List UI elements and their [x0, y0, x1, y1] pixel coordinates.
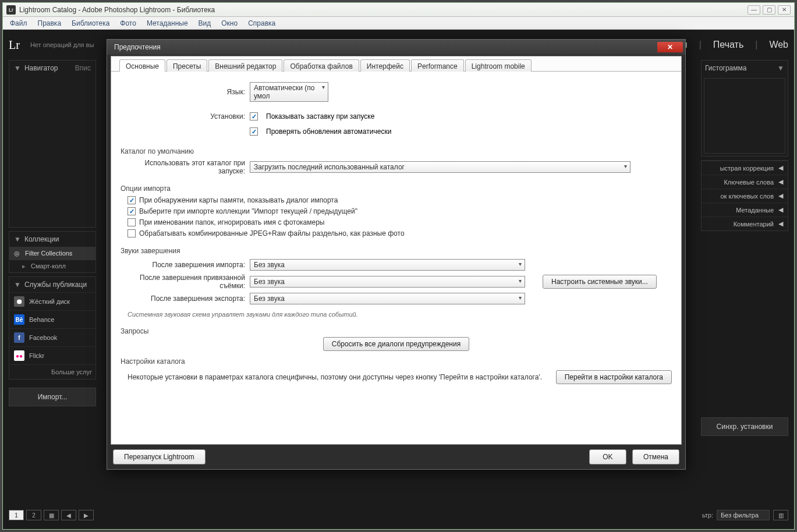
sounds-group-title: Звуки завершения [121, 247, 672, 255]
dialog-close-button[interactable]: ✕ [657, 42, 683, 52]
catalog-settings-group-title: Настройки каталога [121, 357, 672, 366]
preferences-dialog: Предпочтения ✕ Основные Пресеты Внешний … [107, 39, 686, 470]
catalog-settings-hint: Некоторые установки в параметрах каталог… [127, 373, 548, 381]
panel-quick-label: ыстрая коррекция [720, 165, 774, 172]
tab-presets[interactable]: Пресеты [167, 59, 207, 72]
separate-jpeg-raw-checkbox[interactable] [127, 229, 136, 237]
nav-next[interactable]: ▶ [79, 510, 94, 520]
menu-library[interactable]: Библиотека [67, 18, 114, 29]
import-dialog-label: При обнаружении карты памяти, показывать… [139, 196, 338, 204]
sound-import-select[interactable]: Без звука [250, 259, 525, 271]
tab-lr-mobile[interactable]: Lightroom mobile [465, 59, 532, 72]
more-services-link[interactable]: Больше услуг [9, 364, 95, 379]
publish-service-flickr[interactable]: ●● Flickr [9, 346, 95, 364]
panel-metadata[interactable]: Метаданные ◀ [702, 203, 788, 217]
menu-window[interactable]: Окно [217, 18, 242, 29]
import-dialog-checkbox[interactable] [127, 196, 136, 204]
panel-publish-services[interactable]: ▼ Службы публикаци [9, 277, 95, 292]
chevron-left-icon: ◀ [778, 178, 783, 186]
import-button[interactable]: Импорт... [9, 388, 96, 406]
cancel-button[interactable]: Отмена [632, 449, 679, 464]
smart-collections-label: Смарт-колл [31, 263, 66, 269]
sounds-hint: Системная звуковая схема управляет звука… [127, 311, 672, 318]
panel-keyword-list-label: ок ключевых слов [720, 193, 774, 200]
view-mode-1[interactable]: 1 [9, 510, 24, 520]
menu-photo[interactable]: Фото [115, 18, 141, 29]
panel-quick-develop[interactable]: ыстрая коррекция ◀ [702, 161, 788, 175]
menu-file[interactable]: Файл [5, 18, 32, 29]
panel-navigator[interactable]: ▼ Навигатор Впис [9, 61, 95, 76]
filter-select[interactable]: Без фильтра [717, 510, 770, 520]
chevron-down-icon: ▼ [14, 281, 21, 289]
menu-edit[interactable]: Правка [33, 18, 66, 29]
goto-catalog-settings-button[interactable]: Перейти в настройки каталога [556, 370, 672, 384]
import-options-group-title: Опции импорта [121, 185, 672, 193]
check-updates-checkbox[interactable] [250, 127, 258, 136]
window-minimize-button[interactable]: — [748, 5, 760, 15]
panel-collections-label: Коллекции [24, 235, 59, 243]
ignore-camera-name-checkbox[interactable] [127, 218, 136, 226]
sound-export-select[interactable]: Без звука [250, 293, 525, 304]
requests-group-title: Запросы [121, 327, 672, 335]
restart-lightroom-button[interactable]: Перезапуск Lightroom [113, 449, 206, 464]
filter-collections-label: Filter Collections [25, 250, 72, 257]
publish-service-flickr-label: Flickr [29, 352, 44, 359]
dialog-tabs: Основные Пресеты Внешний редактор Обрабо… [111, 56, 681, 72]
ok-button[interactable]: OK [589, 449, 626, 464]
chevron-left-icon: ◀ [778, 220, 783, 228]
publish-service-facebook-label: Facebook [29, 334, 57, 341]
smart-collections-item[interactable]: ▸ Смарт-колл [9, 260, 95, 272]
system-sounds-button[interactable]: Настроить системные звуки... [543, 275, 657, 289]
reset-dialogs-button[interactable]: Сбросить все диалоги предупреждения [323, 337, 469, 351]
startup-catalog-select[interactable]: Загрузить последний использованный катал… [250, 161, 630, 173]
panel-histogram-label: Гистограмма [705, 64, 746, 72]
hdd-icon: ⛃ [14, 296, 24, 307]
import-collection-checkbox[interactable] [127, 207, 136, 215]
filter-lock-icon[interactable]: ▥ [773, 510, 788, 520]
view-mode-2[interactable]: 2 [26, 510, 41, 520]
view-mode-grid[interactable]: ▦ [44, 510, 59, 520]
publish-service-behance[interactable]: Bē Behance [9, 310, 95, 328]
publish-service-facebook[interactable]: f Facebook [9, 328, 95, 346]
chevron-down-icon: ▼ [14, 64, 21, 72]
filter-collections-item[interactable]: ◎ Filter Collections [9, 247, 95, 260]
tab-interface[interactable]: Интерфейс [360, 59, 410, 72]
panel-collections[interactable]: ▼ Коллекции [9, 232, 95, 247]
chevron-down-icon: ▼ [14, 235, 21, 243]
window-close-button[interactable]: ✕ [778, 5, 791, 15]
tab-file-handling[interactable]: Обработка файлов [284, 59, 359, 72]
menu-help[interactable]: Справка [243, 18, 280, 29]
check-updates-label: Проверять обновления автоматически [266, 127, 391, 136]
tab-general[interactable]: Основные [119, 59, 165, 72]
navigator-sub: Впис [75, 64, 91, 72]
panel-keywords[interactable]: Ключевые слова ◀ [702, 175, 788, 189]
default-catalog-group-title: Каталог по умолчанию [121, 147, 672, 155]
panel-comment[interactable]: Комментарий ◀ [702, 217, 788, 230]
facebook-icon: f [14, 332, 24, 343]
filter-label: ьтр: [702, 512, 713, 519]
target-icon: ◎ [14, 250, 20, 257]
module-print[interactable]: Печать [713, 40, 743, 50]
window-maximize-button[interactable]: ▢ [763, 5, 775, 15]
module-separator: | [755, 40, 757, 50]
panel-histogram[interactable]: Гистограмма ▼ [702, 61, 788, 76]
sync-settings-button[interactable]: Синхр. установки [701, 417, 788, 436]
menu-view[interactable]: Вид [194, 18, 216, 29]
panel-navigator-label: Навигатор [24, 64, 58, 72]
tab-external-editor[interactable]: Внешний редактор [208, 59, 282, 72]
sound-tether-select[interactable]: Без звука [250, 276, 525, 288]
module-web[interactable]: Web [769, 40, 788, 50]
language-select[interactable]: Автоматически (по умол [250, 82, 328, 102]
chevron-left-icon: ◀ [778, 206, 783, 214]
use-catalog-label: Использовать этот каталог при запуске: [121, 159, 250, 175]
menu-metadata[interactable]: Метаданные [142, 18, 193, 29]
tab-performance[interactable]: Performance [411, 59, 464, 72]
nav-prev[interactable]: ◀ [61, 510, 76, 520]
chevron-left-icon: ◀ [778, 192, 783, 200]
lr-no-op-text: Нет операций для вы [30, 41, 94, 48]
panel-keyword-list[interactable]: ок ключевых слов ◀ [702, 189, 788, 203]
publish-service-hdd[interactable]: ⛃ Жёсткий диск [9, 292, 95, 310]
panel-keywords-label: Ключевые слова [724, 179, 774, 186]
sound-tether-label: После завершения привязанной съёмки: [121, 274, 250, 290]
splash-checkbox[interactable] [250, 112, 258, 120]
